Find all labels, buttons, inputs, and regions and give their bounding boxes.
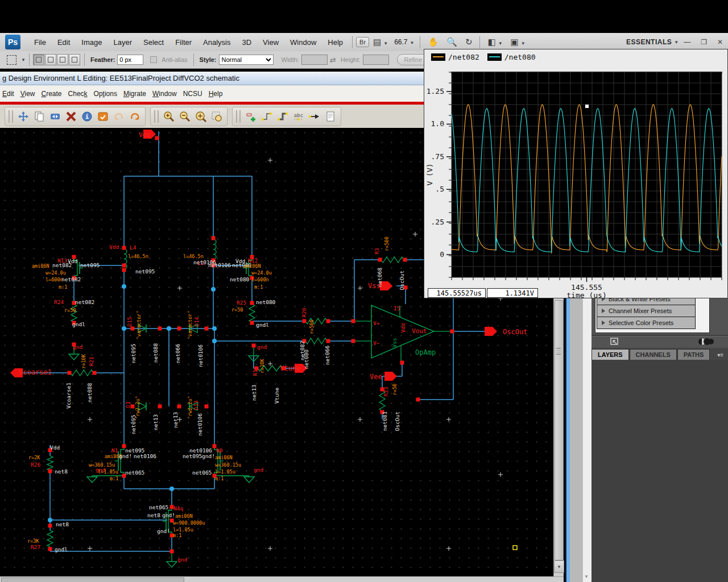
panel-footer-icons [592,337,728,347]
height-input[interactable] [363,55,389,65]
divider [592,335,728,336]
wire-icon[interactable] [259,109,275,124]
schematic-label: net0106 [197,344,204,367]
cadence-menu-check[interactable]: Check [68,90,88,98]
stretch-icon[interactable] [47,109,63,124]
info-icon[interactable]: i [79,109,95,124]
cadence-menu-help[interactable]: Help [209,90,223,98]
schematic-label: r=10K [259,358,265,373]
feather-input[interactable] [117,55,143,65]
ps-menu-edit[interactable]: Edit [52,38,76,47]
tab-paths[interactable]: PATHS [677,349,710,360]
scroll-down-button[interactable]: ▼ [554,560,564,573]
undo-icon[interactable] [111,109,127,124]
layers-panel-content[interactable] [592,360,728,582]
scrollbar-thumb[interactable] [555,300,564,560]
schematic-label: Vss [368,282,380,290]
schematic-label: l=1.05u [173,527,193,533]
schematic-label: net082 [52,262,72,268]
pin-vee[interactable] [384,372,397,381]
waveform-window[interactable]: /net082/net080 0.25.5.751.01.25V (V)145.… [424,49,728,298]
tool-preset-arrow-icon[interactable]: ▼ [21,57,26,63]
scrollbar-thumb[interactable] [1,577,184,582]
cadence-menu-create[interactable]: Create [42,90,62,98]
add-instance-icon[interactable] [243,109,259,124]
delete-icon[interactable] [63,109,79,124]
panel-menu-icon[interactable]: ▾≡ [717,352,728,360]
zoom-fit-icon[interactable] [193,109,209,124]
photoshop-logo[interactable]: Ps [5,35,20,49]
zoom-level-value: 66.7 [394,38,407,46]
view-extras-icon[interactable]: ▤▼ [369,37,392,47]
arrange-documents-icon[interactable]: ◧▼ [483,37,506,47]
width-input[interactable] [301,55,328,65]
expand-triangle-icon[interactable] [602,321,605,325]
preset-row[interactable]: Selective Color Presets [597,317,696,329]
zoom-out-icon[interactable] [177,109,193,124]
restore-button[interactable]: ❐ [696,38,712,46]
expand-panel-icon[interactable] [611,338,618,344]
subtract-selection-button[interactable] [57,54,68,65]
move-icon[interactable] [15,109,31,124]
minimize-button[interactable]: — [679,38,696,46]
schematic-label: "varactor" [187,310,193,339]
cadence-menu-window[interactable]: Window [152,90,177,98]
zoom-in-icon[interactable] [161,109,177,124]
close-button[interactable]: ✕ [712,38,728,46]
new-selection-button[interactable] [33,54,44,65]
screen-mode-icon[interactable]: ▣▼ [507,37,530,47]
hand-tool-icon[interactable]: ✋ [424,37,442,47]
cadence-menu-edit[interactable]: Edit [2,90,14,98]
cadence-menu-view[interactable]: View [20,90,35,98]
schematic-label: r=2K [28,455,40,460]
schematic-label: Vcoarse1 [65,383,72,409]
intersect-selection-button[interactable] [69,54,80,65]
schematic-label: net13 [152,414,159,431]
cadence-menu-options[interactable]: Options [94,90,117,98]
preset-row[interactable]: Channel Mixer Presets [597,305,696,317]
cadence-menu-migrate[interactable]: Migrate [123,90,146,98]
redo-icon[interactable] [127,109,143,124]
ps-menu-window[interactable]: Window [284,38,322,47]
scroll-down-icon[interactable]: ▼ [584,574,589,579]
zoom-level-control[interactable]: 66.7▼ [392,38,416,46]
properties-icon[interactable] [95,109,111,124]
note-icon[interactable] [322,109,338,124]
ps-menu-layer[interactable]: Layer [108,38,138,47]
zoom-area-icon[interactable] [209,109,225,124]
ps-menu-file[interactable]: File [28,38,52,47]
schematic-label: r=3K [27,538,39,544]
ps-menu-view[interactable]: View [257,38,284,47]
cadence-menu-ncsu[interactable]: NCSU [183,90,202,98]
ps-menu-select[interactable]: Select [138,38,169,47]
expand-triangle-icon[interactable] [602,309,605,313]
ps-menu-3d[interactable]: 3D [236,38,257,47]
rotate-view-icon[interactable]: ↻ [461,37,477,47]
style-select[interactable]: Normal [219,55,274,65]
tab-channels[interactable]: CHANNELS [630,349,677,360]
pin-icon[interactable] [307,109,322,124]
marquee-tool-icon[interactable] [7,55,16,65]
swap-dimensions-icon[interactable]: ⇄ [330,56,336,64]
bridge-button[interactable]: Br [356,37,369,47]
schematic-label: gnd! [162,512,175,518]
add-selection-button[interactable] [45,54,56,65]
ps-menu-help[interactable]: Help [322,38,349,47]
schematic-label: w=360.15u [215,462,241,468]
ps-menu-filter[interactable]: Filter [169,38,197,47]
zoom-tool-icon[interactable]: 🔍 [442,37,461,47]
copy-icon[interactable] [31,109,47,124]
ps-menu-image[interactable]: Image [76,38,107,47]
tab-layers[interactable]: LAYERS [592,349,629,360]
schematic-label: w=24.0u [251,270,272,276]
schematic-label: gndl [72,321,85,327]
preset-label: Selective Color Presets [609,319,673,326]
workspace-switcher[interactable]: ESSENTIALS [626,38,672,46]
adjustment-circles-icon[interactable] [698,338,714,345]
wide-wire-icon[interactable] [275,109,291,124]
pin-oscout[interactable] [485,327,497,336]
cursor-value-readout: 1.1341V [487,288,538,298]
anti-alias-checkbox[interactable] [150,56,159,64]
label-icon[interactable]: abc [291,109,307,124]
ps-menu-analysis[interactable]: Analysis [197,38,236,47]
